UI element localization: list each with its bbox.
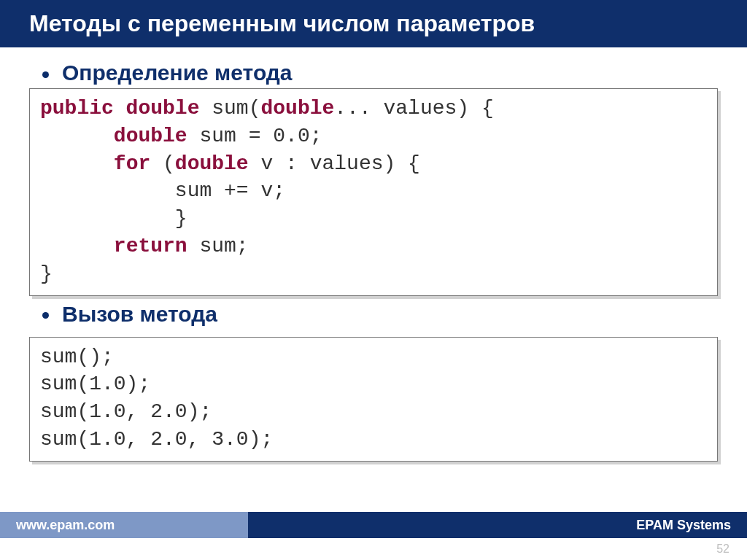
code-kw: double [114,125,187,147]
bullet-text: Вызов метода [62,302,217,327]
bullet-dot-icon [42,312,49,319]
page-number: 52 [716,542,729,556]
code-text: sum( [212,97,260,120]
footer: www.epam.com EPAM Systems [0,512,747,538]
code-text: v : values) { [249,152,420,175]
bullet-text: Определение метода [62,61,293,85]
code-kw: public double [40,97,212,120]
code-kw: double [260,97,334,120]
code-indent [40,235,114,257]
code-indent [40,152,114,175]
code-text: sum += v; [40,179,285,202]
bullet-definition: Определение метода [42,61,718,85]
code-indent [40,125,114,147]
bullet-call: Вызов метода [42,302,718,327]
slide-content: Определение метода public double sum(dou… [0,47,747,462]
footer-company: EPAM Systems [248,512,747,538]
code-text: } [40,262,53,285]
code-text: sum; [187,235,249,257]
code-kw: for [114,152,150,175]
code-text: } [40,207,187,230]
code-block-call: sum(); sum(1.0); sum(1.0, 2.0); sum(1.0,… [29,337,718,462]
code-kw: return [114,235,187,257]
code-text: ( [150,152,175,175]
slide-title: Методы с переменным числом параметров [0,0,747,47]
footer-url: www.epam.com [0,512,248,538]
bullet-dot-icon [42,71,49,78]
code-block-definition: public double sum(double... values) { do… [29,88,718,296]
code-text: sum = 0.0; [187,125,322,147]
code-text: ... values) { [334,97,493,120]
code-kw: double [175,152,249,175]
